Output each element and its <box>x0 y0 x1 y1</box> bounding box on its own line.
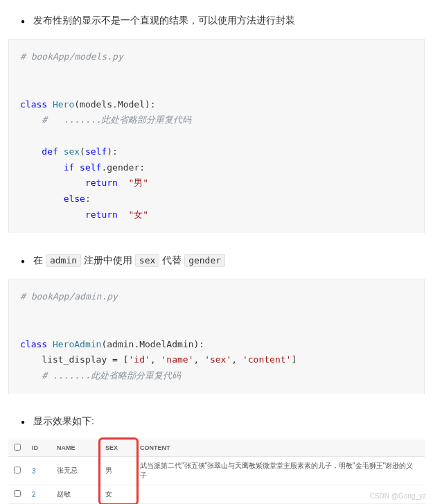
header-id[interactable]: ID <box>26 440 51 457</box>
kw-class: class <box>20 99 47 110</box>
cell-sex: 女 <box>100 485 134 504</box>
bullet-1: ● 发布性别的显示不是一个直观的结果，可以使用方法进行封装 <box>0 7 433 33</box>
header-content[interactable]: CONTENT <box>134 440 425 457</box>
kw-self: self <box>80 162 101 173</box>
header-name[interactable]: NAME <box>51 440 100 457</box>
code-block-admin: # bookApp/admin.py class HeroAdmin(admin… <box>8 279 425 394</box>
table-header-row: ID NAME SEX CONTENT <box>8 440 425 457</box>
code-text: list_display = [ <box>42 354 128 365</box>
method-sex: sex <box>64 146 80 157</box>
select-all-checkbox[interactable] <box>14 444 21 451</box>
bullet-dot: ● <box>21 256 25 268</box>
comment-line: # bookApp/models.py <box>20 51 123 62</box>
string-name: 'name' <box>161 354 194 365</box>
kw-def: def <box>42 146 58 157</box>
colon: : <box>85 193 91 204</box>
paren-close: ): <box>107 146 118 157</box>
comma: , <box>193 354 204 365</box>
comma: , <box>231 354 242 365</box>
bullet-2: ● 在 admin 注册中使用 sex 代替 gender <box>0 247 433 274</box>
inline-code-admin: admin <box>46 254 81 267</box>
cell-sex: 男 <box>100 457 134 485</box>
comment-line: # bookApp/admin.py <box>20 291 118 302</box>
bullet-dot: ● <box>21 417 25 428</box>
comma: , <box>150 354 161 365</box>
string-content: 'content' <box>242 354 291 365</box>
admin-table-container: ID NAME SEX CONTENT 3 张无忌 男 武当派第二代"张五侠"张… <box>8 440 425 504</box>
admin-table: ID NAME SEX CONTENT 3 张无忌 男 武当派第二代"张五侠"张… <box>8 440 425 504</box>
inline-code-gender: gender <box>184 254 225 267</box>
cell-id[interactable]: 2 <box>26 485 51 504</box>
text-mid: 注册中使用 <box>81 254 135 266</box>
string-male: "男" <box>129 177 149 188</box>
inline-code-sex: sex <box>135 254 159 267</box>
bullet-3: ● 显示效果如下: <box>0 408 433 434</box>
code-block-models: # bookApp/models.py class Hero(models.Mo… <box>8 39 425 232</box>
text-mid2: 代替 <box>159 254 184 266</box>
bullet-3-text: 显示效果如下: <box>33 413 94 428</box>
kw-class: class <box>20 339 47 349</box>
class-heroadmin: HeroAdmin <box>53 339 101 349</box>
cell-name: 张无忌 <box>51 457 100 485</box>
class-hero: Hero <box>53 99 74 110</box>
header-checkbox <box>8 440 26 457</box>
header-sex[interactable]: SEX <box>100 440 134 457</box>
kw-else: else <box>64 193 85 204</box>
paren-open: ( <box>80 146 85 157</box>
cell-id[interactable]: 3 <box>26 457 51 485</box>
text-pre: 在 <box>33 254 46 266</box>
cell-name: 赵敏 <box>51 485 100 504</box>
row-checkbox[interactable] <box>14 490 21 497</box>
table-row: 2 赵敏 女 <box>8 485 425 504</box>
comment-hash: # <box>42 114 47 125</box>
code-text: .gender: <box>101 162 145 173</box>
bullet-2-text: 在 admin 注册中使用 sex 代替 gender <box>33 252 225 268</box>
cell-content: 武当派第二代"张五侠"张翠山与天鹰教紫微堂堂主殷素素的儿子，明教"金毛狮王"谢逊… <box>134 457 425 485</box>
comment-text: .......此处省略部分重复代码 <box>64 114 192 125</box>
string-id: 'id' <box>129 354 150 365</box>
kw-return: return <box>85 209 118 220</box>
kw-return: return <box>85 177 118 188</box>
kw-if: if <box>64 162 75 173</box>
comment-text: # .......此处省略部分重复代码 <box>42 370 180 381</box>
row-checkbox[interactable] <box>14 467 21 473</box>
code-text: (models.Model): <box>74 99 155 110</box>
kw-self: self <box>85 146 107 157</box>
table-row: 3 张无忌 男 武当派第二代"张五侠"张翠山与天鹰教紫微堂堂主殷素素的儿子，明教… <box>8 457 425 485</box>
string-sex: 'sex' <box>204 354 231 365</box>
watermark: CSDN @Gong_yz <box>370 492 426 500</box>
bullet-dot: ● <box>21 16 25 28</box>
string-female: "女" <box>129 209 149 220</box>
bracket: ] <box>291 354 297 365</box>
bullet-1-text: 发布性别的显示不是一个直观的结果，可以使用方法进行封装 <box>33 12 295 28</box>
code-text: (admin.ModelAdmin): <box>101 339 204 349</box>
